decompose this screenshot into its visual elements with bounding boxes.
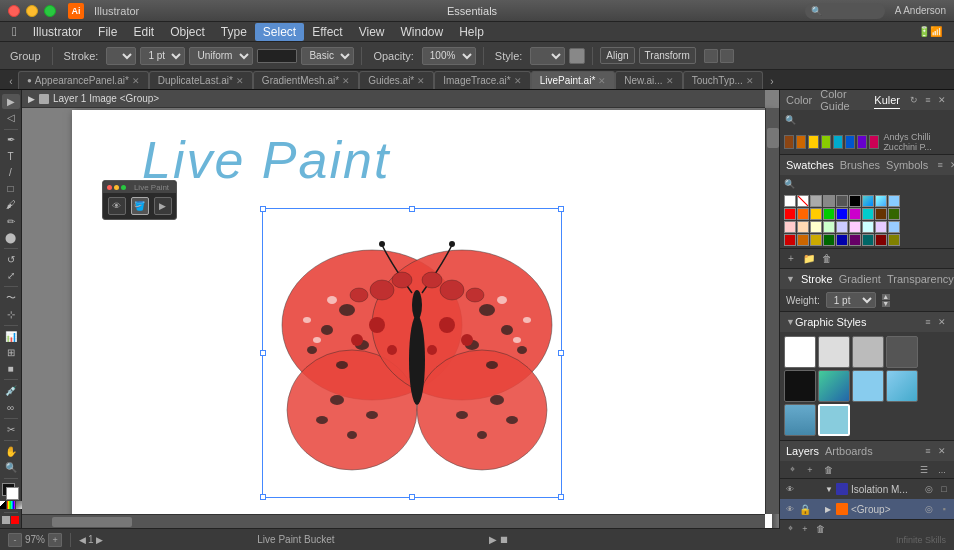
blend-tool[interactable]: ∞: [2, 399, 20, 414]
direct-select-tool[interactable]: ◁: [2, 110, 20, 125]
swatch-gray-mid[interactable]: [823, 195, 835, 207]
transform-icon-1[interactable]: [704, 49, 718, 63]
menu-file[interactable]: File: [90, 23, 125, 41]
swatches-close[interactable]: ✕: [948, 159, 954, 171]
minimize-button[interactable]: [26, 5, 38, 17]
floating-panel-titlebar[interactable]: Live Paint: [103, 181, 176, 193]
none-color-btn[interactable]: [0, 501, 6, 509]
fp-min[interactable]: [114, 185, 119, 190]
swatch-white[interactable]: [784, 195, 796, 207]
swatch-dark-yellow[interactable]: [810, 234, 822, 246]
menu-select[interactable]: Select: [255, 23, 304, 41]
color-swatch-yellow[interactable]: [808, 135, 818, 149]
layer-expand-isolation[interactable]: ▼: [825, 485, 833, 494]
layer-vis-isolation[interactable]: 👁: [784, 483, 796, 495]
tab-close-gradientmesh[interactable]: ✕: [342, 76, 350, 86]
layer-row-isolation[interactable]: 👁 ▼ Isolation M... ◎ □: [780, 479, 954, 499]
swatch-gray-dark[interactable]: [836, 195, 848, 207]
handle-bl[interactable]: [260, 494, 266, 500]
gs-style-medium[interactable]: [852, 336, 884, 368]
gs-style-dark[interactable]: [886, 336, 918, 368]
color-panel-menu[interactable]: ≡: [922, 94, 934, 106]
scale-tool[interactable]: ⤢: [2, 268, 20, 283]
swatch-blue[interactable]: [836, 208, 848, 220]
color-swatch-teal[interactable]: [833, 135, 843, 149]
gs-style-light-blue[interactable]: [852, 370, 884, 402]
menu-effect[interactable]: Effect: [304, 23, 350, 41]
color-guide-tab[interactable]: Color Guide: [820, 86, 866, 114]
swatch-none[interactable]: [797, 195, 809, 207]
layer-vis-group[interactable]: 👁: [784, 503, 796, 515]
swatch-brown[interactable]: [875, 208, 887, 220]
stop-btn[interactable]: ⏹: [499, 534, 509, 545]
paintbrush-tool[interactable]: 🖌: [2, 197, 20, 212]
tab-close-appearance[interactable]: ✕: [132, 76, 140, 86]
gradient-tool[interactable]: ■: [2, 361, 20, 376]
gs-menu[interactable]: ≡: [922, 316, 934, 328]
layers-add-btn[interactable]: +: [802, 463, 818, 477]
fill-box[interactable]: [6, 487, 19, 500]
live-paint-eye-btn[interactable]: 👁: [108, 197, 126, 215]
color-swatch-blue[interactable]: [845, 135, 855, 149]
live-paint-select-btn[interactable]: ▶: [154, 197, 172, 215]
search-box[interactable]: 🔍: [805, 3, 885, 19]
tab-appearance[interactable]: ● AppearancePanel.ai* ✕: [18, 71, 149, 89]
hand-tool[interactable]: ✋: [2, 444, 20, 459]
gs-close[interactable]: ✕: [936, 316, 948, 328]
layer-expand-btn[interactable]: ▶: [28, 94, 35, 104]
type-tool[interactable]: T: [2, 149, 20, 164]
handle-ml[interactable]: [260, 350, 266, 356]
align-button[interactable]: Align: [600, 47, 634, 64]
transform-button[interactable]: Transform: [639, 47, 696, 64]
tab-imagetrace[interactable]: ImageTrace.ai* ✕: [434, 71, 530, 89]
symbols-tab[interactable]: Symbols: [886, 157, 928, 173]
gs-style-teal-grad[interactable]: [818, 370, 850, 402]
layers-options-btn[interactable]: ...: [934, 463, 950, 477]
style-select[interactable]: [530, 47, 565, 65]
layers-arrange-btn[interactable]: ☰: [916, 463, 932, 477]
tab-close-imagetrace[interactable]: ✕: [514, 76, 522, 86]
scrollbar-thumb-h[interactable]: [52, 517, 132, 527]
live-paint-paint-btn[interactable]: 🪣: [131, 197, 149, 215]
swatch-mint[interactable]: [823, 221, 835, 233]
stroke-type-select[interactable]: Uniform: [189, 47, 253, 65]
stroke-color-select[interactable]: [106, 47, 136, 65]
tab-close-livepaint[interactable]: ✕: [598, 76, 606, 86]
swatch-yellow[interactable]: [810, 208, 822, 220]
swatch-dark-purple[interactable]: [849, 234, 861, 246]
gs-style-cyan-grad[interactable]: [886, 370, 918, 402]
swatch-light-blue[interactable]: [888, 195, 900, 207]
swatch-add-btn[interactable]: +: [784, 252, 798, 266]
fp-close[interactable]: [107, 185, 112, 190]
menu-edit[interactable]: Edit: [125, 23, 162, 41]
swatch-cyan[interactable]: [862, 208, 874, 220]
menu-apple[interactable]: : [4, 22, 25, 41]
swatch-gray-light[interactable]: [810, 195, 822, 207]
stroke-width-select[interactable]: 1 pt: [140, 47, 185, 65]
layer-row-group[interactable]: 👁 🔒 ▶ <Group> ◎ ▪: [780, 499, 954, 519]
layer-target-isolation[interactable]: ◎: [923, 483, 935, 495]
swatch-red[interactable]: [784, 208, 796, 220]
fp-max[interactable]: [121, 185, 126, 190]
swatch-orange[interactable]: [797, 208, 809, 220]
swatches-tab[interactable]: Swatches: [786, 157, 834, 173]
handle-tr[interactable]: [558, 206, 564, 212]
swatch-black[interactable]: [849, 195, 861, 207]
gs-style-white[interactable]: [784, 336, 816, 368]
swatch-peach[interactable]: [797, 221, 809, 233]
canvas-area[interactable]: ▶ Layer 1 Image <Group> Live Paint: [22, 90, 779, 528]
color-tab[interactable]: Color: [786, 92, 812, 108]
swatch-lilac[interactable]: [849, 221, 861, 233]
gs-style-light[interactable]: [818, 336, 850, 368]
gs-style-black[interactable]: [784, 370, 816, 402]
transform-icon-2[interactable]: [720, 49, 734, 63]
color-swatch-brown[interactable]: [784, 135, 794, 149]
gs-style-blue-grad[interactable]: [784, 404, 816, 436]
color-swatch-pink[interactable]: [869, 135, 879, 149]
swatch-olive[interactable]: [888, 234, 900, 246]
close-button[interactable]: [8, 5, 20, 17]
eyedropper-tool[interactable]: 💉: [2, 383, 20, 398]
kuler-tab[interactable]: Kuler: [874, 92, 900, 109]
layer-icon-isolation[interactable]: [836, 483, 848, 495]
handle-tm[interactable]: [409, 206, 415, 212]
